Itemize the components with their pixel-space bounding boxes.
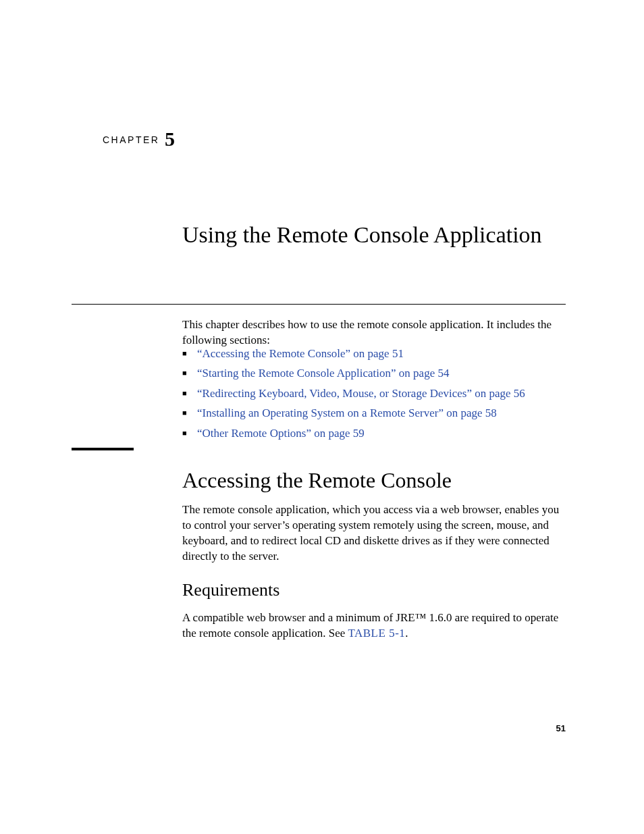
chapter-title: Using the Remote Console Application	[182, 221, 567, 249]
subsection-text-post: .	[405, 627, 408, 640]
intro-paragraph: This chapter describes how to use the re…	[182, 317, 567, 348]
table-reference-link[interactable]: TABLE 5-1	[348, 627, 405, 640]
section-heading: Accessing the Remote Console	[182, 466, 567, 495]
subsection-paragraph: A compatible web browser and a minimum o…	[182, 610, 567, 642]
page: CHAPTER 5 Using the Remote Console Appli…	[0, 0, 644, 834]
subsection-heading: Requirements	[182, 578, 279, 602]
section-rule	[72, 448, 134, 450]
toc-item[interactable]: “Other Remote Options” on page 59	[182, 426, 567, 442]
toc-item[interactable]: “Accessing the Remote Console” on page 5…	[182, 346, 567, 362]
toc-item[interactable]: “Starting the Remote Console Application…	[182, 366, 567, 382]
section-paragraph: The remote console application, which yo…	[182, 502, 567, 565]
horizontal-rule	[72, 304, 566, 305]
toc-item[interactable]: “Installing an Operating System on a Rem…	[182, 406, 567, 421]
toc-item[interactable]: “Redirecting Keyboard, Video, Mouse, or …	[182, 386, 567, 402]
chapter-number: 5	[165, 126, 175, 153]
toc-list: “Accessing the Remote Console” on page 5…	[182, 346, 567, 446]
page-number: 51	[556, 723, 566, 735]
chapter-label: CHAPTER	[103, 134, 159, 147]
